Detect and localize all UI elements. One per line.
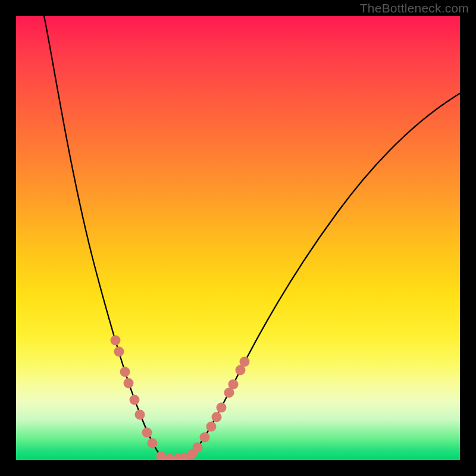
- data-dot: [120, 367, 130, 377]
- plot-area: [16, 16, 460, 460]
- data-dot: [206, 422, 217, 432]
- data-dot: [114, 347, 124, 357]
- data-dot: [217, 403, 227, 413]
- data-dot: [130, 395, 140, 405]
- curve-layer: [16, 16, 460, 460]
- data-dot: [193, 443, 203, 453]
- data-dot: [240, 357, 250, 367]
- data-dot: [124, 378, 134, 389]
- data-dot: [142, 428, 152, 438]
- data-dot: [200, 433, 210, 443]
- series-left-curve: [44, 16, 170, 460]
- data-dot: [111, 336, 121, 346]
- data-dot: [148, 439, 158, 449]
- data-dot: [228, 380, 239, 390]
- chart-frame: TheBottleneck.com: [0, 0, 476, 476]
- watermark-text: TheBottleneck.com: [360, 1, 469, 15]
- data-dot: [212, 412, 222, 422]
- data-dot: [135, 410, 145, 420]
